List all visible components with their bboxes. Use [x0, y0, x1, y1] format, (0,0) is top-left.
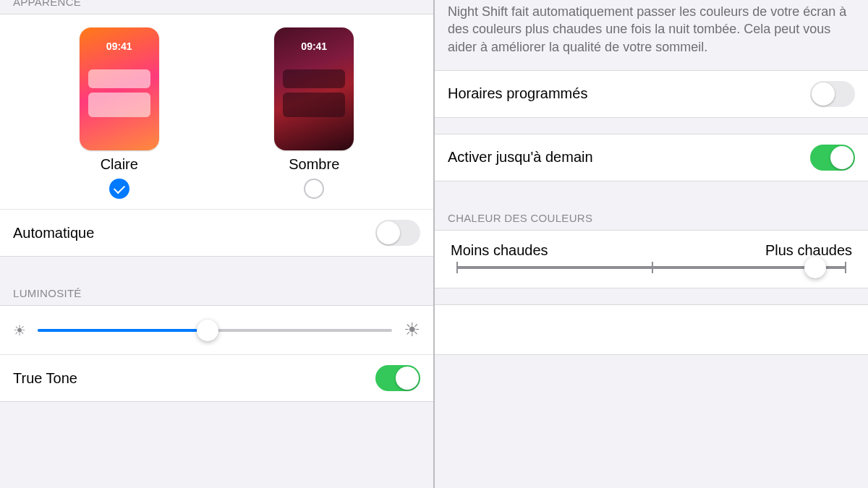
- brightness-header: Luminosité: [0, 281, 433, 305]
- dark-label: Sombre: [289, 156, 339, 173]
- appearance-group: 09:41 Claire 09:41 Sombre Automatique: [0, 14, 433, 257]
- preview-time: 09:41: [80, 40, 159, 52]
- enable-tomorrow-toggle[interactable]: [810, 145, 855, 171]
- preview-time: 09:41: [274, 40, 354, 52]
- sun-min-icon: ☀︎: [13, 322, 26, 339]
- light-radio[interactable]: [109, 179, 129, 199]
- automatic-label: Automatique: [13, 225, 94, 241]
- night-shift-panel: Night Shift fait automatiquement passer …: [435, 0, 868, 488]
- brightness-group: ☀︎ ☀︎ True Tone: [0, 305, 433, 402]
- scheduled-label: Horaires programmés: [448, 85, 587, 102]
- warmth-more-label: Plus chaudes: [765, 242, 852, 259]
- brightness-slider-row: ☀︎ ☀︎: [0, 306, 433, 354]
- truetone-row: True Tone: [0, 354, 433, 401]
- display-settings-panel: Apparence 09:41 Claire 09:41 Sombre: [0, 0, 435, 488]
- warmth-group: Moins chaudes Plus chaudes: [435, 230, 868, 288]
- truetone-toggle[interactable]: [375, 365, 420, 391]
- warmth-less-label: Moins chaudes: [451, 242, 548, 259]
- appearance-header: Apparence: [0, 0, 433, 14]
- scheduled-row: Horaires programmés: [435, 71, 868, 117]
- dark-radio[interactable]: [304, 179, 324, 199]
- light-label: Claire: [101, 156, 138, 173]
- truetone-label: True Tone: [13, 370, 77, 387]
- light-preview-thumbnail: 09:41: [80, 27, 159, 150]
- scheduled-toggle[interactable]: [810, 81, 855, 107]
- automatic-row: Automatique: [0, 209, 433, 256]
- automatic-toggle[interactable]: [375, 220, 420, 246]
- sun-max-icon: ☀︎: [404, 319, 420, 341]
- night-shift-schedule-group: Horaires programmés: [435, 70, 868, 118]
- enable-tomorrow-group: Activer jusqu'à demain: [435, 134, 868, 181]
- appearance-picker: 09:41 Claire 09:41 Sombre: [0, 14, 433, 209]
- appearance-option-dark[interactable]: 09:41 Sombre: [274, 27, 354, 199]
- dark-preview-thumbnail: 09:41: [274, 27, 354, 150]
- night-shift-description: Night Shift fait automatiquement passer …: [435, 0, 868, 70]
- appearance-option-light[interactable]: 09:41 Claire: [80, 27, 159, 199]
- warmth-labels: Moins chaudes Plus chaudes: [435, 231, 868, 263]
- empty-group: [435, 304, 868, 355]
- brightness-slider[interactable]: [38, 329, 392, 332]
- warmth-slider[interactable]: [456, 266, 846, 269]
- warmth-header: Chaleur des couleurs: [435, 206, 868, 230]
- enable-tomorrow-row: Activer jusqu'à demain: [435, 134, 868, 181]
- enable-tomorrow-label: Activer jusqu'à demain: [448, 149, 593, 166]
